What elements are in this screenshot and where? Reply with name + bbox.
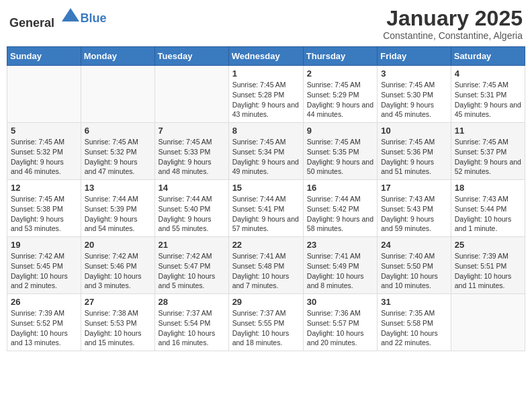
calendar-cell: 2Sunrise: 7:45 AM Sunset: 5:29 PM Daylig…	[303, 66, 377, 123]
calendar-cell	[154, 66, 228, 123]
calendar-cell: 21Sunrise: 7:42 AM Sunset: 5:47 PM Dayli…	[154, 237, 228, 294]
day-number: 29	[232, 297, 300, 307]
title-section: January 2025 Constantine, Constantine, A…	[383, 7, 523, 41]
calendar-cell: 15Sunrise: 7:44 AM Sunset: 5:41 PM Dayli…	[228, 180, 303, 237]
calendar-cell: 19Sunrise: 7:42 AM Sunset: 5:45 PM Dayli…	[7, 237, 81, 294]
day-number: 9	[307, 126, 373, 136]
calendar-header-row: SundayMondayTuesdayWednesdayThursdayFrid…	[7, 47, 525, 66]
day-info: Sunrise: 7:45 AM Sunset: 5:33 PM Dayligh…	[159, 137, 225, 177]
calendar-cell: 27Sunrise: 7:38 AM Sunset: 5:53 PM Dayli…	[81, 294, 154, 351]
day-info: Sunrise: 7:45 AM Sunset: 5:32 PM Dayligh…	[11, 137, 77, 177]
day-number: 17	[381, 183, 447, 193]
day-number: 26	[11, 297, 77, 307]
day-info: Sunrise: 7:45 AM Sunset: 5:34 PM Dayligh…	[232, 137, 300, 177]
day-number: 24	[381, 240, 447, 250]
calendar-cell: 10Sunrise: 7:45 AM Sunset: 5:36 PM Dayli…	[378, 123, 451, 180]
day-number: 16	[307, 183, 373, 193]
page-header: General Blue January 2025 Constantine, C…	[7, 7, 525, 41]
svg-rect-1	[69, 17, 73, 21]
calendar-cell: 23Sunrise: 7:41 AM Sunset: 5:49 PM Dayli…	[303, 237, 377, 294]
day-number: 14	[159, 183, 225, 193]
day-info: Sunrise: 7:42 AM Sunset: 5:47 PM Dayligh…	[159, 251, 225, 291]
day-number: 3	[381, 68, 447, 79]
day-number: 2	[307, 68, 373, 79]
day-info: Sunrise: 7:37 AM Sunset: 5:54 PM Dayligh…	[159, 308, 225, 348]
day-number: 20	[85, 240, 151, 250]
calendar-cell: 3Sunrise: 7:45 AM Sunset: 5:30 PM Daylig…	[378, 66, 451, 123]
day-number: 11	[455, 126, 521, 136]
day-header: Friday	[378, 47, 451, 66]
day-info: Sunrise: 7:41 AM Sunset: 5:49 PM Dayligh…	[307, 251, 373, 291]
day-number: 19	[11, 240, 77, 250]
logo: General Blue	[9, 7, 107, 30]
day-info: Sunrise: 7:45 AM Sunset: 5:29 PM Dayligh…	[307, 80, 373, 120]
day-number: 21	[159, 240, 225, 250]
day-number: 27	[85, 297, 151, 307]
day-info: Sunrise: 7:44 AM Sunset: 5:42 PM Dayligh…	[307, 194, 373, 234]
calendar-cell: 28Sunrise: 7:37 AM Sunset: 5:54 PM Dayli…	[154, 294, 228, 351]
day-info: Sunrise: 7:45 AM Sunset: 5:35 PM Dayligh…	[307, 137, 373, 177]
calendar-cell: 18Sunrise: 7:43 AM Sunset: 5:44 PM Dayli…	[451, 180, 525, 237]
calendar-week-row: 1Sunrise: 7:45 AM Sunset: 5:28 PM Daylig…	[7, 66, 525, 123]
day-info: Sunrise: 7:45 AM Sunset: 5:32 PM Dayligh…	[85, 137, 151, 177]
calendar-cell: 8Sunrise: 7:45 AM Sunset: 5:34 PM Daylig…	[228, 123, 303, 180]
day-info: Sunrise: 7:39 AM Sunset: 5:51 PM Dayligh…	[455, 251, 521, 291]
day-info: Sunrise: 7:35 AM Sunset: 5:58 PM Dayligh…	[381, 308, 447, 348]
day-info: Sunrise: 7:45 AM Sunset: 5:38 PM Dayligh…	[11, 194, 77, 234]
day-number: 22	[232, 240, 300, 250]
day-info: Sunrise: 7:42 AM Sunset: 5:46 PM Dayligh…	[85, 251, 151, 291]
calendar-week-row: 12Sunrise: 7:45 AM Sunset: 5:38 PM Dayli…	[7, 180, 525, 237]
calendar-cell	[7, 66, 81, 123]
day-info: Sunrise: 7:45 AM Sunset: 5:36 PM Dayligh…	[381, 137, 447, 177]
day-number: 8	[232, 126, 300, 136]
day-info: Sunrise: 7:44 AM Sunset: 5:40 PM Dayligh…	[159, 194, 225, 234]
day-number: 10	[381, 126, 447, 136]
day-number: 28	[159, 297, 225, 307]
calendar-cell: 14Sunrise: 7:44 AM Sunset: 5:40 PM Dayli…	[154, 180, 228, 237]
calendar-cell: 5Sunrise: 7:45 AM Sunset: 5:32 PM Daylig…	[7, 123, 81, 180]
day-number: 31	[381, 297, 447, 307]
day-info: Sunrise: 7:45 AM Sunset: 5:37 PM Dayligh…	[455, 137, 521, 177]
day-info: Sunrise: 7:44 AM Sunset: 5:39 PM Dayligh…	[85, 194, 151, 234]
calendar-cell	[81, 66, 154, 123]
day-info: Sunrise: 7:45 AM Sunset: 5:30 PM Dayligh…	[381, 80, 447, 120]
day-number: 7	[159, 126, 225, 136]
day-info: Sunrise: 7:36 AM Sunset: 5:57 PM Dayligh…	[307, 308, 373, 348]
logo-blue: Blue	[81, 11, 107, 26]
day-number: 6	[85, 126, 151, 136]
calendar-cell: 24Sunrise: 7:40 AM Sunset: 5:50 PM Dayli…	[378, 237, 451, 294]
day-header: Tuesday	[154, 47, 228, 66]
day-number: 13	[85, 183, 151, 193]
calendar-cell: 22Sunrise: 7:41 AM Sunset: 5:48 PM Dayli…	[228, 237, 303, 294]
day-info: Sunrise: 7:37 AM Sunset: 5:55 PM Dayligh…	[232, 308, 300, 348]
calendar-cell: 25Sunrise: 7:39 AM Sunset: 5:51 PM Dayli…	[451, 237, 525, 294]
calendar-cell: 4Sunrise: 7:45 AM Sunset: 5:31 PM Daylig…	[451, 66, 525, 123]
day-number: 4	[455, 68, 521, 79]
day-number: 12	[11, 183, 77, 193]
day-info: Sunrise: 7:43 AM Sunset: 5:44 PM Dayligh…	[455, 194, 521, 234]
calendar-cell: 17Sunrise: 7:43 AM Sunset: 5:43 PM Dayli…	[378, 180, 451, 237]
calendar-week-row: 26Sunrise: 7:39 AM Sunset: 5:52 PM Dayli…	[7, 294, 525, 351]
calendar-cell: 26Sunrise: 7:39 AM Sunset: 5:52 PM Dayli…	[7, 294, 81, 351]
calendar-table: SundayMondayTuesdayWednesdayThursdayFrid…	[7, 46, 525, 351]
day-header: Wednesday	[228, 47, 303, 66]
calendar-cell: 16Sunrise: 7:44 AM Sunset: 5:42 PM Dayli…	[303, 180, 377, 237]
day-info: Sunrise: 7:44 AM Sunset: 5:41 PM Dayligh…	[232, 194, 300, 234]
day-info: Sunrise: 7:39 AM Sunset: 5:52 PM Dayligh…	[11, 308, 77, 348]
calendar-cell: 31Sunrise: 7:35 AM Sunset: 5:58 PM Dayli…	[378, 294, 451, 351]
day-info: Sunrise: 7:43 AM Sunset: 5:43 PM Dayligh…	[381, 194, 447, 234]
calendar-cell: 1Sunrise: 7:45 AM Sunset: 5:28 PM Daylig…	[228, 66, 303, 123]
day-number: 23	[307, 240, 373, 250]
calendar-cell: 20Sunrise: 7:42 AM Sunset: 5:46 PM Dayli…	[81, 237, 154, 294]
day-number: 18	[455, 183, 521, 193]
calendar-week-row: 19Sunrise: 7:42 AM Sunset: 5:45 PM Dayli…	[7, 237, 525, 294]
day-header: Saturday	[451, 47, 525, 66]
day-number: 25	[455, 240, 521, 250]
calendar-week-row: 5Sunrise: 7:45 AM Sunset: 5:32 PM Daylig…	[7, 123, 525, 180]
day-number: 5	[11, 126, 77, 136]
day-info: Sunrise: 7:45 AM Sunset: 5:31 PM Dayligh…	[455, 80, 521, 120]
location: Constantine, Constantine, Algeria	[383, 30, 523, 41]
day-header: Monday	[81, 47, 154, 66]
calendar-cell: 6Sunrise: 7:45 AM Sunset: 5:32 PM Daylig…	[81, 123, 154, 180]
day-number: 15	[232, 183, 300, 193]
